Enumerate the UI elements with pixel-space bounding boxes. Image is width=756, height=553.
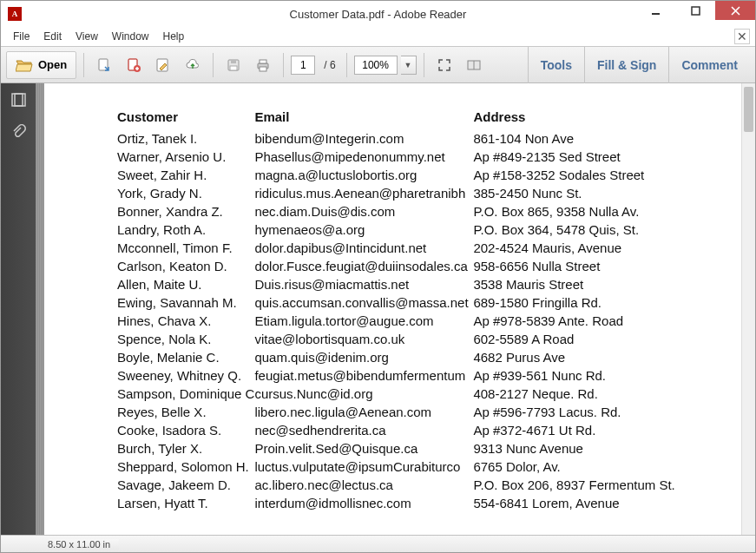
create-pdf-button[interactable] <box>121 52 147 78</box>
cell-address: 408-2127 Neque. Rd. <box>473 385 699 403</box>
cell-email: dolor.dapibus@Intincidunt.net <box>254 239 473 257</box>
table-row: Larsen, Hyatt T.interdum@idmollisnec.com… <box>117 494 699 512</box>
cell-customer: Landry, Roth A. <box>117 221 254 239</box>
table-row: Sweet, Zahir H.magna.a@luctuslobortis.or… <box>117 166 699 184</box>
cell-customer: Bonner, Xandra Z. <box>117 202 254 221</box>
vertical-scrollbar[interactable] <box>741 83 755 535</box>
table-row: Hines, Chava X.Etiam.ligula.tortor@augue… <box>117 312 699 330</box>
tools-panel-button[interactable]: Tools <box>528 47 584 83</box>
svg-rect-0 <box>652 13 660 15</box>
window-controls <box>635 1 755 20</box>
cell-address: Ap #978-5839 Ante. Road <box>473 312 699 330</box>
cell-address: 385-2450 Nunc St. <box>473 184 699 202</box>
menu-file[interactable]: File <box>6 29 36 44</box>
table-row: Burch, Tyler X.Proin.velit.Sed@Quisque.c… <box>117 439 699 458</box>
export-pdf-button[interactable] <box>91 52 117 78</box>
cell-customer: Ewing, Savannah M. <box>117 293 254 312</box>
cell-customer: Boyle, Melanie C. <box>117 348 254 366</box>
cell-email: libero.nec.ligula@Aenean.com <box>254 403 473 421</box>
menu-view[interactable]: View <box>69 29 105 44</box>
col-header-email: Email <box>254 106 473 129</box>
cell-email: hymenaeos@a.org <box>254 221 473 239</box>
cell-address: Ap #372-4671 Ut Rd. <box>473 421 699 439</box>
cell-email: nec@sedhendrerita.ca <box>254 421 473 439</box>
cell-customer: Hines, Chava X. <box>117 312 254 330</box>
customer-table: Customer Email Address Ortiz, Tanek I.bi… <box>117 106 699 512</box>
cell-customer: Reyes, Belle X. <box>117 403 254 421</box>
table-row: Landry, Roth A.hymenaeos@a.orgP.O. Box 3… <box>117 221 699 239</box>
zoom-dropdown[interactable]: ▼ <box>401 56 417 75</box>
table-row: Cooke, Isadora S.nec@sedhendrerita.caAp … <box>117 421 699 439</box>
cell-customer: Cooke, Isadora S. <box>117 421 254 439</box>
zoom-input[interactable] <box>354 56 398 75</box>
attachments-icon[interactable] <box>10 124 26 142</box>
cell-email: quis.accumsan.convallis@massa.net <box>254 293 473 312</box>
comment-panel-button[interactable]: Comment <box>668 47 750 83</box>
cell-email: vitae@lobortisquam.co.uk <box>254 330 473 348</box>
print-button[interactable] <box>250 52 276 78</box>
table-row: Mcconnell, Timon F.dolor.dapibus@Intinci… <box>117 239 699 257</box>
cell-customer: Burch, Tyler X. <box>117 439 254 458</box>
table-row: Sweeney, Whitney Q.feugiat.metus@bibendu… <box>117 366 699 385</box>
col-header-address: Address <box>473 106 699 129</box>
minimize-button[interactable] <box>635 1 675 20</box>
cell-customer: Spence, Nola K. <box>117 330 254 348</box>
menu-window[interactable]: Window <box>105 29 156 44</box>
tab-close-icon[interactable]: ✕ <box>734 29 750 44</box>
pdf-app-icon: A <box>8 7 22 21</box>
read-mode-button[interactable] <box>461 52 487 78</box>
table-row: Boyle, Melanie C.quam.quis@idenim.org468… <box>117 348 699 366</box>
svg-rect-1 <box>692 7 700 15</box>
cell-email: bibendum@Integerin.com <box>254 129 473 148</box>
cell-address: P.O. Box 865, 9358 Nulla Av. <box>473 202 699 221</box>
cell-customer: Sweet, Zahir H. <box>117 166 254 184</box>
open-button[interactable]: Open <box>6 51 76 79</box>
cell-address: Ap #596-7793 Lacus. Rd. <box>473 403 699 421</box>
scrollbar-thumb[interactable] <box>744 87 753 132</box>
cell-customer: York, Grady N. <box>117 184 254 202</box>
menu-edit[interactable]: Edit <box>36 29 69 44</box>
thumbnails-icon[interactable] <box>10 92 26 110</box>
cell-address: 3538 Mauris Street <box>473 275 699 293</box>
titlebar: A Customer Data.pdf - Adobe Reader <box>1 1 755 27</box>
menu-help[interactable]: Help <box>156 29 192 44</box>
save-button[interactable] <box>220 52 247 78</box>
cell-address: 4682 Purus Ave <box>473 348 699 366</box>
fillsign-panel-button[interactable]: Fill & Sign <box>584 47 668 83</box>
close-button[interactable] <box>715 1 755 20</box>
cell-address: Ap #849-2135 Sed Street <box>473 148 699 166</box>
page-number-input[interactable] <box>291 56 315 75</box>
toolbar: Open / 6 ▼ Tools Fill & Sign Comment <box>1 47 755 83</box>
sign-button[interactable] <box>150 52 176 78</box>
pdf-page: Customer Email Address Ortiz, Tanek I.bi… <box>44 83 741 535</box>
cell-customer: Warner, Arsenio U. <box>117 148 254 166</box>
cell-email: Duis.risus@miacmattis.net <box>254 275 473 293</box>
table-row: Spence, Nola K.vitae@lobortisquam.co.uk6… <box>117 330 699 348</box>
folder-open-icon <box>16 58 33 72</box>
cell-customer: Allen, Maite U. <box>117 275 254 293</box>
cell-customer: Sheppard, Solomon H. <box>117 458 254 476</box>
cell-email: cursus.Nunc@id.org <box>254 385 473 403</box>
fit-page-button[interactable] <box>431 52 457 78</box>
cell-customer: Savage, Jakeem D. <box>117 476 254 494</box>
cloud-button[interactable] <box>180 52 206 78</box>
cell-address: 6765 Dolor, Av. <box>473 458 699 476</box>
cell-email: Etiam.ligula.tortor@augue.com <box>254 312 473 330</box>
svg-rect-14 <box>12 94 23 106</box>
pane-splitter[interactable] <box>36 83 44 535</box>
cell-address: 202-4524 Mauris, Avenue <box>473 239 699 257</box>
cell-email: ridiculus.mus.Aenean@pharetranibh <box>254 184 473 202</box>
cell-address: Ap #939-561 Nunc Rd. <box>473 366 699 385</box>
svg-rect-15 <box>15 94 25 106</box>
cell-email: ac.libero.nec@lectus.ca <box>254 476 473 494</box>
cell-address: 554-6841 Lorem, Avenue <box>473 494 699 512</box>
cell-email: nec.diam.Duis@dis.com <box>254 202 473 221</box>
maximize-button[interactable] <box>675 1 715 20</box>
cell-email: Proin.velit.Sed@Quisque.ca <box>254 439 473 458</box>
cell-email: magna.a@luctuslobortis.org <box>254 166 473 184</box>
menubar: File Edit View Window Help ✕ <box>1 27 755 46</box>
side-panels: Tools Fill & Sign Comment <box>528 47 750 83</box>
table-row: Ewing, Savannah M.quis.accumsan.convalli… <box>117 293 699 312</box>
cell-customer: Mcconnell, Timon F. <box>117 239 254 257</box>
table-row: Sampson, Dominique Ccursus.Nunc@id.org40… <box>117 385 699 403</box>
